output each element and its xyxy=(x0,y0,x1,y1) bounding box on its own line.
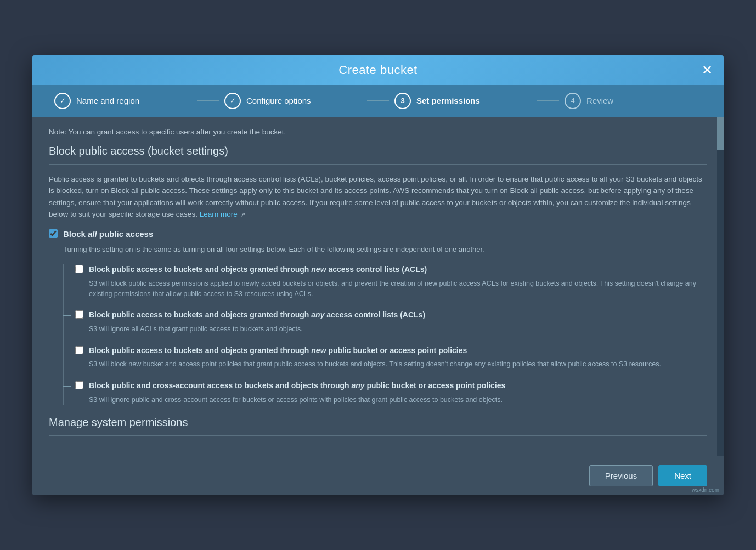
modal-body: Note: You can grant access to specific u… xyxy=(32,117,724,456)
description-text: Public access is granted to buckets and … xyxy=(49,173,707,220)
sub-option-2-label: Block public access to buckets and objec… xyxy=(89,310,425,321)
wizard-steps: ✓ Name and region ✓ Configure options 3 … xyxy=(32,85,724,117)
step-divider-2 xyxy=(367,100,389,101)
next-button[interactable]: Next xyxy=(658,465,707,486)
section-divider xyxy=(49,164,707,165)
previous-button[interactable]: Previous xyxy=(589,465,653,486)
sub-option-2-row: — Block public access to buckets and obj… xyxy=(75,310,707,321)
scrollbar-track[interactable] xyxy=(717,117,724,456)
step-4-icon: 4 xyxy=(565,93,581,109)
close-button[interactable]: ✕ xyxy=(702,64,713,77)
step-review[interactable]: 4 Review xyxy=(565,93,702,109)
step-name-region[interactable]: ✓ Name and region xyxy=(54,93,191,109)
scrollbar-thumb[interactable] xyxy=(717,117,724,150)
manage-divider xyxy=(49,435,707,436)
sub-option-1-row: — Block public access to buckets and obj… xyxy=(75,264,707,275)
note-text: Note: You can grant access to specific u… xyxy=(49,128,707,136)
sub-option-3: — Block public access to buckets and obj… xyxy=(75,345,707,370)
dash-1: — xyxy=(63,264,71,275)
step-1-label: Name and region xyxy=(76,96,139,105)
sub-option-3-desc: S3 will block new bucket and access poin… xyxy=(89,359,707,370)
step-configure-options[interactable]: ✓ Configure options xyxy=(224,93,362,109)
sub-option-2-checkbox[interactable] xyxy=(75,310,83,319)
sub-option-1-checkbox[interactable] xyxy=(75,265,83,273)
step-2-icon: ✓ xyxy=(224,93,241,109)
external-link-icon: ↗ xyxy=(240,211,245,218)
learn-more-link[interactable]: Learn more xyxy=(200,210,238,218)
sub-option-4-desc: S3 will ignore public and cross-account … xyxy=(89,395,707,405)
step-4-label: Review xyxy=(586,96,613,105)
sub-option-1-desc: S3 will block public access permissions … xyxy=(89,279,707,299)
create-bucket-modal: Create bucket ✕ ✓ Name and region ✓ Conf… xyxy=(32,55,724,495)
sub-option-3-label: Block public access to buckets and objec… xyxy=(89,345,467,356)
sub-option-2: — Block public access to buckets and obj… xyxy=(75,310,707,334)
sub-option-1-label: Block public access to buckets and objec… xyxy=(89,264,427,275)
block-all-sub-description: Turning this setting on is the same as t… xyxy=(63,244,707,255)
sub-option-4-label: Block public and cross-account access to… xyxy=(89,381,505,392)
modal-header: Create bucket ✕ xyxy=(32,55,724,85)
dash-2: — xyxy=(63,310,71,321)
sub-option-3-row: — Block public access to buckets and obj… xyxy=(75,345,707,356)
dash-3: — xyxy=(63,345,71,356)
sub-option-4-checkbox[interactable] xyxy=(75,381,83,389)
step-divider-3 xyxy=(537,100,559,101)
step-set-permissions[interactable]: 3 Set permissions xyxy=(394,93,532,109)
step-3-icon: 3 xyxy=(394,93,411,109)
watermark: wsxdn.com xyxy=(692,487,719,493)
modal-footer: Previous Next xyxy=(32,456,724,495)
sub-options-container: — Block public access to buckets and obj… xyxy=(63,264,707,405)
step-1-icon: ✓ xyxy=(54,93,71,109)
block-all-row: Block all public access xyxy=(49,229,707,239)
step-divider-1 xyxy=(197,100,219,101)
sub-option-4: — Block public and cross-account access … xyxy=(75,381,707,405)
step-3-label: Set permissions xyxy=(416,96,480,105)
block-all-checkbox[interactable] xyxy=(49,229,58,238)
sub-option-4-row: — Block public and cross-account access … xyxy=(75,381,707,392)
sub-option-1: — Block public access to buckets and obj… xyxy=(75,264,707,299)
block-all-label: Block all public access xyxy=(63,229,153,239)
manage-section-title: Manage system permissions xyxy=(49,416,707,429)
description-body: Public access is granted to buckets and … xyxy=(49,175,702,219)
sub-option-3-checkbox[interactable] xyxy=(75,346,83,354)
sub-option-2-desc: S3 will ignore all ACLs that grant publi… xyxy=(89,324,707,334)
block-public-access-title: Block public access (bucket settings) xyxy=(49,145,707,157)
dash-4: — xyxy=(63,381,71,392)
modal-title: Create bucket xyxy=(338,63,417,77)
step-2-label: Configure options xyxy=(246,96,311,105)
